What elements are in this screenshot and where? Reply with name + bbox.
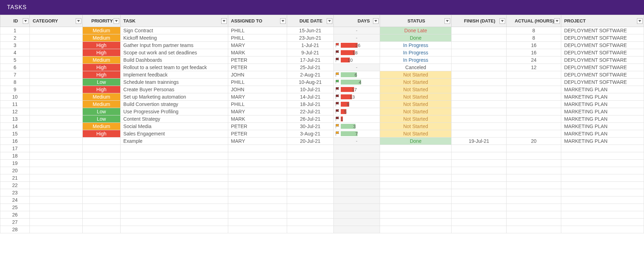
cell-category[interactable] [30,64,82,71]
cell-id[interactable]: 24 [0,196,30,204]
cell-id[interactable]: 10 [0,93,30,101]
cell-status[interactable]: Not Started [380,123,452,130]
cell-due[interactable] [287,204,333,211]
cell-actual[interactable]: 20 [506,138,561,145]
filter-icon[interactable] [373,18,379,24]
cell-due[interactable]: 9-Jul-21 [287,49,333,56]
table-row[interactable]: 17 [0,145,644,152]
table-row[interactable]: 27 [0,219,644,226]
cell-status[interactable]: Canceled [380,64,452,71]
cell-status[interactable] [380,152,452,160]
cell-id[interactable]: 21 [0,174,30,182]
cell-priority[interactable]: High [82,130,120,138]
cell-days[interactable]: - [333,34,380,42]
cell-task[interactable]: Sales Engagement [120,130,228,138]
cell-days[interactable]: 10 [333,56,380,64]
cell-actual[interactable] [506,204,561,211]
cell-id[interactable]: 27 [0,219,30,226]
cell-status[interactable] [380,182,452,189]
cell-project[interactable]: DEPLOYMENT SOFTWARE [561,27,644,34]
cell-actual[interactable] [506,123,561,130]
cell-priority[interactable] [82,189,120,196]
cell-actual[interactable] [506,101,561,108]
cell-finish[interactable] [452,79,506,86]
cell-finish[interactable] [452,34,506,42]
cell-status[interactable]: Not Started [380,115,452,123]
table-row[interactable]: 25 [0,204,644,211]
cell-id[interactable]: 22 [0,182,30,189]
table-row[interactable]: 5MediumBuild DashboardsPETER17-Jul-2110I… [0,56,644,64]
filter-icon[interactable] [327,18,332,24]
cell-id[interactable]: 28 [0,226,30,233]
cell-category[interactable] [30,204,82,211]
cell-finish[interactable] [452,160,506,167]
cell-category[interactable] [30,108,82,115]
cell-task[interactable] [120,211,228,219]
cell-status[interactable] [380,204,452,211]
cell-days[interactable] [333,145,380,152]
cell-category[interactable] [30,138,82,145]
cell-assigned[interactable]: JOHN [228,86,287,93]
cell-days[interactable] [333,167,380,174]
cell-assigned[interactable] [228,160,287,167]
table-row[interactable]: 19 [0,160,644,167]
cell-assigned[interactable]: PETER [228,130,287,138]
cell-days[interactable] [333,189,380,196]
cell-assigned[interactable] [228,152,287,160]
filter-icon[interactable] [445,18,450,24]
cell-days[interactable]: 26 [333,42,380,49]
table-row[interactable]: 22 [0,182,644,189]
cell-status[interactable] [380,160,452,167]
cell-status[interactable]: Done [380,34,452,42]
cell-due[interactable]: 25-Jul-21 [287,64,333,71]
cell-task[interactable]: Use Progressive Profiling [120,108,228,115]
cell-days[interactable]: 7 [333,130,380,138]
cell-id[interactable]: 17 [0,145,30,152]
cell-days[interactable]: - [333,27,380,34]
cell-due[interactable] [287,219,333,226]
cell-category[interactable] [30,93,82,101]
cell-assigned[interactable] [228,167,287,174]
cell-task[interactable] [120,204,228,211]
table-row[interactable]: 2MediumKickoff MeetingPHILL23-Jun-21-Don… [0,34,644,42]
cell-project[interactable]: DEPLOYMENT SOFTWARE [561,49,644,56]
cell-id[interactable]: 15 [0,130,30,138]
cell-due[interactable] [287,226,333,233]
cell-status[interactable] [380,174,452,182]
cell-actual[interactable]: 8 [506,27,561,34]
cell-status[interactable]: Not Started [380,93,452,101]
cell-task[interactable]: Content Strategy [120,115,228,123]
cell-due[interactable] [287,189,333,196]
cell-actual[interactable] [506,160,561,167]
cell-finish[interactable] [452,56,506,64]
cell-project[interactable]: DEPLOYMENT SOFTWARE [561,34,644,42]
cell-priority[interactable]: High [82,49,120,56]
table-row[interactable]: 6HighRollout to a select team to get fee… [0,64,644,71]
cell-assigned[interactable] [228,211,287,219]
table-row[interactable]: 20 [0,167,644,174]
cell-project[interactable]: MARKETING PLAN [561,115,644,123]
filter-icon[interactable] [114,18,119,24]
cell-task[interactable] [120,174,228,182]
cell-task[interactable]: Scope out work and set deadlines [120,49,228,56]
cell-priority[interactable] [82,219,120,226]
cell-project[interactable]: MARKETING PLAN [561,93,644,101]
cell-priority[interactable] [82,145,120,152]
cell-actual[interactable] [506,115,561,123]
cell-days[interactable] [333,160,380,167]
cell-due[interactable] [287,145,333,152]
cell-project[interactable]: MARKETING PLAN [561,86,644,93]
cell-due[interactable]: 2-Aug-21 [287,71,333,79]
cell-finish[interactable] [452,86,506,93]
cell-assigned[interactable]: PHILL [228,79,287,86]
cell-status[interactable]: Not Started [380,86,452,93]
cell-due[interactable]: 10-Aug-21 [287,79,333,86]
cell-priority[interactable]: Medium [82,34,120,42]
cell-task[interactable]: Build Dashboards [120,56,228,64]
col-header-category[interactable]: CATEGORY [30,15,82,27]
cell-priority[interactable] [82,174,120,182]
cell-priority[interactable] [82,160,120,167]
cell-priority[interactable]: Low [82,115,120,123]
cell-due[interactable]: 15-Jun-21 [287,27,333,34]
cell-id[interactable]: 11 [0,101,30,108]
